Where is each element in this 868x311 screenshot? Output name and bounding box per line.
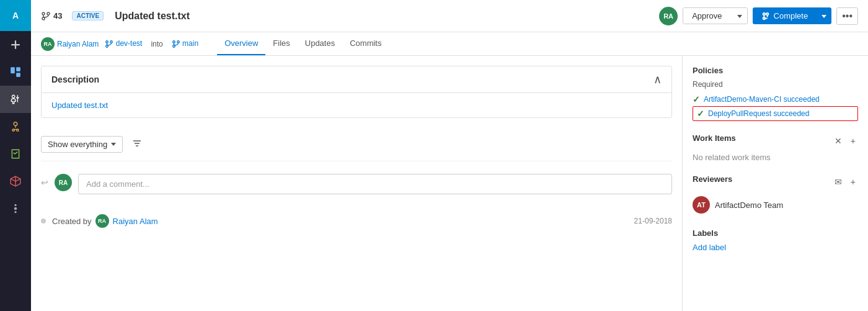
svg-rect-2 — [16, 73, 20, 77]
right-sidebar: Policies Required ✓ ArtifactDemo-Maven-C… — [682, 56, 868, 311]
comment-avatar: RA — [55, 174, 72, 191]
show-everything-dropdown[interactable]: Show everything — [41, 136, 123, 153]
repos-icon — [10, 94, 21, 105]
description-body: Updated test.txt — [42, 93, 671, 117]
complete-icon — [761, 12, 770, 20]
comment-area: ↩ RA Add a comment... — [41, 169, 672, 199]
active-badge: ACTIVE — [72, 11, 104, 20]
labels-section: Labels Add label — [693, 228, 858, 252]
created-by-avatar: RA — [95, 214, 109, 228]
reviewer-item: AT ArtifactDemo Team — [693, 194, 858, 216]
policy2-link[interactable]: DeployPullRequest succeeded — [708, 109, 809, 118]
header-actions: RA Approve Complete — [659, 7, 858, 25]
sidebar-item-boards[interactable] — [0, 58, 31, 86]
no-work-items-text: No related work items — [693, 153, 858, 162]
testplans-icon — [10, 148, 21, 160]
nav-tabs: Overview Files Updates Commits — [217, 32, 389, 55]
sub-header: RA Raiyan Alam dev-test into main Overvi… — [31, 32, 868, 56]
svg-point-8 — [14, 211, 16, 213]
complete-dropdown-button[interactable] — [817, 7, 831, 24]
tab-overview[interactable]: Overview — [217, 32, 265, 55]
approve-main-button[interactable]: Approve — [683, 8, 730, 24]
reviewer-name: ArtifactDemo Team — [715, 201, 783, 210]
description-header: Description ∧ — [42, 66, 671, 93]
description-text: Updated test.txt — [51, 101, 108, 110]
svg-point-3 — [14, 122, 17, 126]
author-info: RA Raiyan Alam — [41, 37, 99, 51]
user-avatar-header: RA — [659, 7, 678, 25]
show-dropdown-chevron — [111, 143, 116, 146]
collapse-icon[interactable]: ∧ — [653, 73, 662, 86]
svg-rect-1 — [16, 67, 20, 71]
pr-number: 43 — [53, 11, 62, 20]
sidebar-item-pipelines[interactable] — [0, 113, 31, 140]
policy-item-2: ✓ DeployPullRequest succeeded — [693, 106, 858, 121]
created-by-dot — [41, 219, 46, 223]
app-avatar[interactable]: A — [0, 0, 31, 31]
svg-point-19 — [177, 41, 180, 43]
boards-icon — [10, 66, 21, 78]
artifacts-icon — [10, 176, 21, 187]
policies-title: Policies — [693, 66, 858, 75]
policy1-link[interactable]: ArtifactDemo-Maven-CI succeeded — [704, 95, 820, 104]
branch-separator: dev-test — [105, 39, 142, 48]
source-branch-icon — [105, 40, 113, 48]
top-header: 43 ACTIVE Updated test.txt RA Approve — [31, 0, 868, 32]
reviewers-email-button[interactable]: ✉ — [832, 176, 844, 188]
svg-point-12 — [763, 12, 765, 15]
show-dropdown-label: Show everything — [48, 140, 107, 149]
plus-icon — [10, 39, 21, 50]
sidebar-item-artifacts[interactable] — [0, 168, 31, 195]
more-options-button[interactable]: ••• — [836, 7, 858, 25]
reply-icon: ↩ — [41, 174, 48, 187]
description-title: Description — [51, 74, 99, 84]
complete-main-button[interactable]: Complete — [753, 7, 817, 24]
sidebar-item-repos[interactable] — [0, 86, 31, 113]
tab-commits[interactable]: Commits — [342, 32, 389, 55]
reviewers-title: Reviewers — [693, 174, 732, 184]
tab-files[interactable]: Files — [265, 32, 297, 55]
target-branch-info: main — [172, 39, 198, 48]
sidebar-item-testplans[interactable] — [0, 140, 31, 168]
svg-point-16 — [110, 41, 113, 43]
policy-item-1: ✓ ArtifactDemo-Maven-CI succeeded — [693, 92, 858, 106]
svg-point-18 — [173, 41, 175, 43]
chevron-down-icon — [737, 15, 742, 18]
created-by-row: Created by RA Raiyan Alam 21-09-2018 — [41, 209, 672, 233]
complete-label: Complete — [774, 11, 808, 20]
complete-button-group: Complete — [753, 7, 832, 24]
author-name: Raiyan Alam — [57, 40, 99, 48]
left-sidebar: A — [0, 0, 31, 311]
description-box: Description ∧ Updated test.txt — [41, 66, 672, 118]
filter-button[interactable] — [129, 135, 145, 153]
comment-input[interactable]: Add a comment... — [78, 174, 672, 194]
source-branch-link[interactable]: dev-test — [116, 39, 143, 48]
add-label-link[interactable]: Add label — [693, 243, 726, 252]
policy1-check-icon: ✓ — [693, 94, 700, 104]
reviewers-actions: ✉ + — [832, 176, 858, 188]
required-label: Required — [693, 80, 858, 89]
reviewers-add-button[interactable]: + — [848, 176, 858, 188]
filter-bar: Show everything — [41, 128, 672, 161]
svg-point-10 — [47, 12, 50, 15]
created-by-name: Raiyan Alam — [113, 217, 158, 226]
approve-dropdown-button[interactable] — [731, 8, 747, 24]
policy2-check-icon: ✓ — [697, 109, 704, 119]
pr-icon — [41, 11, 51, 21]
svg-point-7 — [14, 204, 16, 206]
work-items-title: Work Items — [693, 133, 736, 143]
svg-point-15 — [106, 41, 108, 43]
tab-updates[interactable]: Updates — [298, 32, 342, 55]
created-by-label: Created by — [52, 217, 92, 226]
svg-rect-0 — [11, 67, 15, 73]
policies-section: Policies Required ✓ ArtifactDemo-Maven-C… — [693, 66, 858, 121]
pr-info: 43 — [41, 11, 66, 21]
work-items-add-button[interactable]: + — [848, 135, 858, 147]
work-items-close-button[interactable]: ✕ — [832, 135, 844, 147]
sidebar-add-button[interactable] — [0, 31, 31, 58]
sidebar-item-other[interactable] — [0, 195, 31, 222]
reviewers-header: Reviewers ✉ + — [693, 174, 858, 189]
target-branch-link[interactable]: main — [182, 39, 198, 48]
pr-title: Updated test.txt — [115, 11, 653, 22]
created-by-date: 21-09-2018 — [634, 217, 672, 225]
